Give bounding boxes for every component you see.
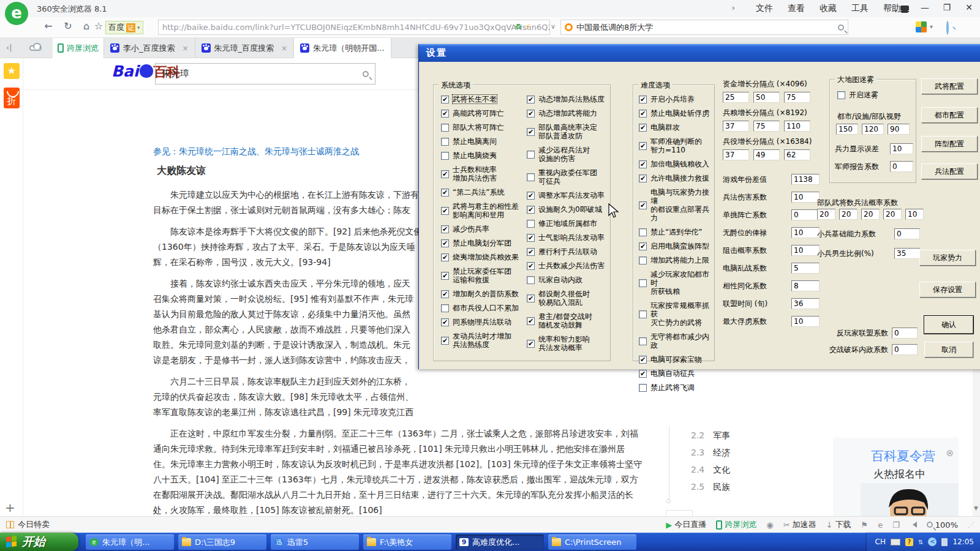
tab-collapse-icon[interactable]: ‹| (6, 43, 12, 52)
language-indicator[interactable]: CH (875, 538, 886, 546)
checkbox-option[interactable]: ✔士气影响兵法发动率 (527, 233, 609, 242)
start-button[interactable]: 开始 (0, 533, 78, 551)
checkbox-box[interactable]: ✔ (527, 206, 535, 214)
number-input[interactable]: 8 (791, 280, 820, 291)
checkbox-option[interactable]: ✔启用电脑蛮族阵型 (639, 242, 712, 250)
checkbox-option[interactable]: ✔武将与君主的相性差 影响离间和登用 (441, 202, 523, 219)
checkbox-box[interactable] (527, 276, 535, 284)
tab[interactable]: 朱元璋_百度搜索× (195, 38, 295, 58)
checkbox-box[interactable]: ✔ (527, 234, 535, 242)
checkbox-box[interactable]: ✔ (639, 370, 647, 378)
checkbox-option[interactable]: ✔电脑自动征兵 (639, 369, 712, 378)
number-input[interactable]: 62 (784, 149, 810, 160)
number-input[interactable]: 10 (890, 143, 913, 154)
checkbox-box[interactable] (527, 220, 535, 228)
tab[interactable]: 朱元璋（明朝开国... (294, 38, 391, 58)
taskbar-item[interactable]: D:\三国志9 (178, 534, 266, 550)
device-tray-icon[interactable] (941, 538, 948, 546)
deal-item[interactable]: 今日特卖 (6, 519, 50, 530)
checkbox-box[interactable]: ✔ (639, 142, 647, 150)
checkbox-box[interactable]: ✔ (527, 317, 535, 325)
checkbox-option[interactable]: ✔高能武将可阵亡 (441, 109, 523, 118)
checkbox-option[interactable]: ✔士兵数和统率 增加兵法伤害 (441, 165, 523, 182)
checkbox-option[interactable]: ✔电脑群攻 (639, 123, 712, 132)
site-badge[interactable]: 百度 证 ▾ (105, 21, 143, 34)
checkbox-box[interactable] (527, 151, 535, 159)
checkbox-option[interactable]: ✔部队最高统率决定 部队普通攻防 (527, 123, 609, 140)
checkbox-option[interactable]: 开启迷雾 (837, 91, 878, 99)
flag-icon[interactable]: ⚑ (861, 520, 869, 530)
checkbox-box[interactable] (441, 124, 449, 132)
checkbox-box[interactable] (441, 138, 449, 146)
checkbox-box[interactable]: ✔ (527, 294, 535, 302)
checkbox-box[interactable]: ✔ (441, 225, 449, 233)
checkbox-box[interactable]: ✔ (639, 242, 647, 250)
baike-search-input[interactable]: 朱元璋 (162, 68, 363, 80)
checkbox-box[interactable] (441, 152, 449, 160)
checkbox-option[interactable]: ✔允许电脑接力救援 (639, 174, 712, 182)
checkbox-option[interactable]: ✔统率和智力影响 兵法发动概率 (527, 335, 609, 352)
menu-item[interactable]: 工具 (851, 3, 869, 14)
checkbox-box[interactable]: ✔ (639, 110, 647, 118)
maximize-button[interactable]: ❐ (936, 0, 958, 16)
ie-icon[interactable]: e (878, 520, 883, 530)
help-tray-icon[interactable]: ? (905, 538, 913, 546)
checkbox-box[interactable]: ✔ (639, 124, 647, 132)
checkbox-option[interactable]: 无守将都市减少内政 (639, 332, 712, 350)
favorite-icon[interactable]: ☆ (91, 20, 107, 32)
speaker-icon[interactable] (910, 522, 917, 528)
number-input[interactable]: 35 (894, 248, 920, 259)
tab-close-icon[interactable]: × (281, 44, 287, 53)
number-input[interactable]: 0 (892, 328, 918, 339)
checkbox-box[interactable]: ✔ (639, 96, 647, 103)
minimize-button[interactable]: — (914, 0, 936, 16)
cloud-sync-icon[interactable] (29, 45, 42, 51)
action-button[interactable]: 玩家势力 (919, 250, 976, 266)
number-input[interactable]: 110 (784, 121, 810, 132)
checkbox-box[interactable]: ✔ (441, 272, 449, 280)
checkbox-option[interactable]: 部队大将可阵亡 (441, 123, 523, 132)
checkbox-box[interactable]: ✔ (639, 174, 647, 182)
number-input[interactable]: 10 (791, 227, 820, 238)
checkbox-box[interactable] (639, 310, 647, 318)
toc-item[interactable]: 2.4文化 (691, 465, 730, 476)
toc-item[interactable]: 2.3经济 (691, 448, 730, 459)
checkbox-box[interactable]: ✔ (527, 192, 535, 200)
checkbox-box[interactable]: ✔ (441, 96, 449, 103)
checkbox-box[interactable] (639, 337, 647, 345)
tab-close-icon[interactable]: × (183, 44, 189, 53)
favorites-star-icon[interactable]: ★ (4, 63, 20, 79)
search-input[interactable]: 中国最低调的8所大学 (576, 22, 834, 33)
checkbox-box[interactable] (441, 304, 449, 312)
number-input[interactable]: 20 (839, 209, 858, 220)
checkbox-box[interactable]: ✔ (441, 337, 449, 345)
browser-logo-icon[interactable]: e (5, 2, 28, 25)
number-input[interactable]: 75 (784, 92, 810, 103)
checkbox-box[interactable]: ✔ (441, 239, 449, 247)
number-input[interactable]: 37 (723, 149, 749, 160)
checkbox-option[interactable]: 禁止电脑离间 (441, 137, 523, 146)
checkbox-option[interactable]: ✔开启小兵培养 (639, 95, 712, 103)
apps-dropdown-icon[interactable]: ▾ (930, 23, 933, 30)
checkbox-option[interactable]: 玩家自动内政 (527, 276, 609, 284)
checkbox-option[interactable]: ✔雁行利于兵法联动 (527, 247, 609, 256)
number-input[interactable]: 25 (723, 92, 749, 103)
checkbox-box[interactable]: ✔ (527, 248, 535, 256)
number-input[interactable]: 50 (753, 92, 780, 103)
apps-grid-icon[interactable] (916, 21, 927, 32)
checkbox-box[interactable]: ✔ (527, 340, 535, 348)
live-item[interactable]: ▶今日直播 (666, 519, 706, 530)
cancel-button[interactable]: 取消 (924, 342, 973, 358)
checkbox-option[interactable]: ✔增加耐久的普防系数 (441, 290, 523, 298)
number-input[interactable]: 5 (791, 263, 820, 274)
confirm-button[interactable]: 确认 (924, 316, 973, 334)
refresh-icon[interactable]: ↻ (60, 20, 76, 32)
checkbox-box[interactable]: ✔ (639, 160, 647, 168)
checkbox-box[interactable] (639, 228, 647, 236)
checkbox-option[interactable]: ✔加倍电脑钱粮收入 (639, 160, 712, 168)
number-input[interactable]: 90 (888, 124, 910, 135)
checkbox-option[interactable]: ✔“第二兵法”系统 (441, 188, 523, 197)
checkbox-option[interactable]: 都市兵役人口不累加 (441, 304, 523, 312)
keyboard-icon[interactable] (891, 539, 900, 545)
accel-tray-icon[interactable]: < (928, 538, 937, 546)
